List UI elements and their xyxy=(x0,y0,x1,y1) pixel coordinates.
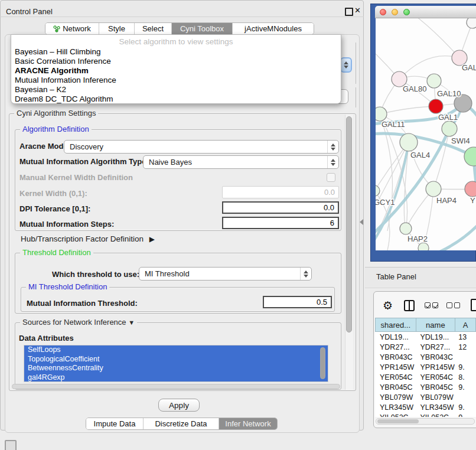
cell-shared-name: YER054C xyxy=(375,373,415,381)
cell-name: YPR145W xyxy=(415,363,455,371)
spinner-icon[interactable] xyxy=(340,57,352,73)
cell-name: YBR043C xyxy=(415,353,455,361)
tab-label: jActiveMNodules xyxy=(244,24,302,33)
network-node[interactable] xyxy=(429,99,443,113)
network-node[interactable] xyxy=(467,18,476,28)
table-row[interactable]: YBR045C YBR045C 9. xyxy=(375,382,476,392)
which-threshold-select[interactable]: MI Threshold xyxy=(139,267,312,281)
node-label: SWI4 xyxy=(451,136,470,145)
list-item[interactable]: gal4RGexp xyxy=(24,373,328,383)
dropdown-item[interactable]: Basic Correlation Inference xyxy=(15,57,111,66)
network-node[interactable] xyxy=(376,107,387,121)
minimized-panel-icon[interactable] xyxy=(5,440,17,450)
node-label: GAL10 xyxy=(437,89,461,98)
sources-group-title[interactable]: Sources for Network Inference ▼ xyxy=(20,318,137,327)
tab-infer-network[interactable]: Infer Network xyxy=(219,418,277,429)
network-node[interactable] xyxy=(376,185,380,196)
tab-discretize-data[interactable]: Discretize Data xyxy=(144,418,219,429)
control-panel-titlebar[interactable] xyxy=(0,0,364,17)
table-header-row: shared... name A xyxy=(375,318,476,332)
network-node[interactable] xyxy=(465,181,476,197)
document-icon[interactable] xyxy=(471,299,476,311)
cell-value: 9. xyxy=(455,413,476,418)
tab-impute-data[interactable]: Impute Data xyxy=(86,418,144,429)
network-node[interactable] xyxy=(400,133,418,151)
apply-button[interactable]: Apply xyxy=(158,399,200,412)
network-node[interactable] xyxy=(464,147,476,166)
list-item[interactable]: SelfLoops xyxy=(24,345,328,355)
dpi-tolerance-input[interactable] xyxy=(222,201,339,214)
combo-value: Naive Bayes xyxy=(144,158,327,167)
cell-shared-name: YPR145W xyxy=(375,363,415,371)
window-close-button[interactable] xyxy=(380,9,386,15)
tab-label: Select xyxy=(142,24,164,33)
network-node[interactable] xyxy=(427,74,441,88)
aracne-mode-label: Aracne Mode: xyxy=(19,142,70,151)
column-header-partial[interactable]: A xyxy=(455,318,476,332)
list-item[interactable]: BetweennessCentrality xyxy=(24,364,328,373)
groupbox-border-fragment xyxy=(356,87,356,107)
table-row[interactable]: YDL19... YDL19... 13 xyxy=(375,332,476,342)
network-canvas[interactable]: GAL GAL80 GAL10 GAL1 GAL11 SWI4 GAL4 GCY… xyxy=(376,18,476,250)
tab-select[interactable]: Select xyxy=(135,23,172,34)
column-header-name[interactable]: name xyxy=(416,318,455,332)
cell-shared-name: YDL19... xyxy=(375,333,415,341)
window-minimize-button[interactable] xyxy=(392,9,398,15)
network-window-titlebar[interactable] xyxy=(375,6,476,18)
spinner-icon xyxy=(327,156,338,168)
dropdown-item[interactable]: Bayesian – K2 xyxy=(15,85,66,94)
dropdown-item[interactable]: Dream8 DC_TDC Algorithm xyxy=(15,94,113,103)
up-arrow-icon xyxy=(344,61,348,64)
table-row[interactable]: YBL079W YBL079W xyxy=(375,392,476,402)
window-zoom-button[interactable] xyxy=(403,9,410,15)
network-node[interactable] xyxy=(418,243,429,250)
group-title: Sources for Network Inference xyxy=(22,318,126,327)
kernel-width-input[interactable] xyxy=(222,186,339,198)
float-panel-icon[interactable] xyxy=(345,8,353,16)
table-scrollbar-thumb[interactable] xyxy=(377,419,419,423)
settings-scrollbar-thumb[interactable] xyxy=(346,116,352,332)
table-row[interactable]: YLR345W YLR345W 9. xyxy=(375,402,476,412)
table-row[interactable]: YER054C YER054C 8. xyxy=(375,372,476,382)
node-label: GAL80 xyxy=(403,84,426,93)
node-label: GAL1 xyxy=(438,113,458,122)
table-row[interactable]: YPR145W YPR145W 9. xyxy=(375,362,476,372)
table-row[interactable]: YIL052C YIL052C 9. xyxy=(375,412,476,417)
mi-threshold-input[interactable] xyxy=(263,296,332,308)
cell-shared-name: YBR043C xyxy=(375,353,415,361)
close-icon[interactable]: ✕ xyxy=(354,6,361,15)
tab-jactivemnodules[interactable]: jActiveMNodules xyxy=(233,23,314,34)
horizontal-scrollbar-thumb[interactable] xyxy=(12,384,340,389)
mi-type-select[interactable]: Naive Bayes xyxy=(143,155,339,169)
spinner-icon xyxy=(300,268,311,280)
network-node[interactable] xyxy=(400,223,412,234)
mi-steps-input[interactable] xyxy=(222,217,339,229)
tab-style[interactable]: Style xyxy=(99,23,135,34)
cell-value: 9. xyxy=(455,403,476,412)
dropdown-item[interactable]: Bayesian – Hill Climbing xyxy=(15,47,101,56)
dropdown-item[interactable]: Mutual Information Inference xyxy=(15,76,116,84)
split-columns-icon[interactable] xyxy=(404,300,415,311)
network-node[interactable] xyxy=(442,121,457,136)
manual-kernel-checkbox[interactable] xyxy=(327,173,335,182)
gear-icon[interactable]: ⚙ xyxy=(383,300,393,311)
cell-value: 12 xyxy=(455,343,476,351)
list-scrollbar-thumb[interactable] xyxy=(320,347,325,379)
node-table: shared... name A YDL19... YDL19... 13 YD… xyxy=(375,318,476,417)
aracne-mode-select[interactable]: Discovery xyxy=(64,140,339,154)
column-header-shared-name[interactable]: shared... xyxy=(375,318,416,332)
deselect-all-icon[interactable] xyxy=(446,302,460,308)
dropdown-item-selected[interactable]: ARACNE Algorithm xyxy=(15,66,89,75)
tab-network[interactable]: Network xyxy=(45,23,99,34)
network-node[interactable] xyxy=(426,181,441,197)
table-row[interactable]: YDR27... YDR27... 12 xyxy=(375,342,476,352)
hub-definition-toggle[interactable]: Hub/Transcription Factor Definition ▶ xyxy=(21,234,155,243)
node-label: Y xyxy=(470,196,475,205)
cell-name: YER054C xyxy=(415,373,455,381)
split-pane-handle-icon[interactable] xyxy=(360,219,363,225)
tab-cyni-toolbox[interactable]: Cyni Toolbox xyxy=(172,23,233,34)
cyni-bottom-tabbar: Impute Data Discretize Data Infer Networ… xyxy=(86,418,278,430)
list-item[interactable]: TopologicalCoefficient xyxy=(24,355,328,364)
table-row[interactable]: YBR043C YBR043C xyxy=(375,352,476,362)
select-all-icon[interactable] xyxy=(425,302,438,308)
